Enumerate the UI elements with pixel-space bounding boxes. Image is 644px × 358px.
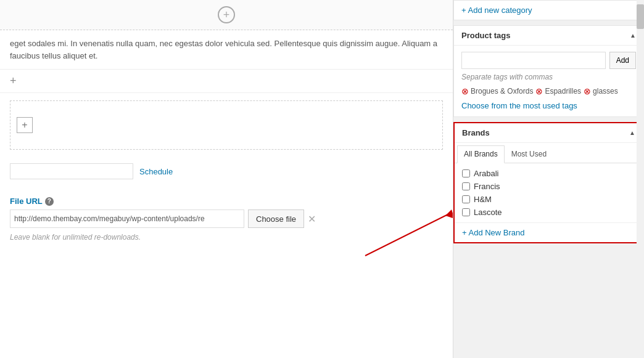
- meta-input[interactable]: [10, 163, 133, 179]
- tag-chip-glasses: ⊗ glasses: [584, 86, 618, 96]
- tags-hint: Separate tags with commas: [461, 73, 636, 81]
- top-add-bar: +: [0, 0, 453, 30]
- inner-plus-box[interactable]: +: [17, 117, 33, 133]
- brand-item-francis: Francis: [462, 180, 635, 193]
- remove-tag-espadrilles[interactable]: ⊗: [535, 86, 543, 96]
- help-icon: ?: [45, 197, 54, 206]
- add-tag-button[interactable]: Add: [609, 52, 636, 69]
- file-url-input[interactable]: [10, 210, 244, 228]
- clear-file-icon[interactable]: ✕: [308, 213, 316, 225]
- brand-checkbox-francis[interactable]: [462, 182, 470, 190]
- tab-most-used-brands[interactable]: Most Used: [505, 145, 553, 163]
- plus-icon: +: [223, 9, 230, 22]
- choose-file-button[interactable]: Choose file: [248, 210, 304, 228]
- product-tags-panel: Product tags ▲ Add Separate tags with co…: [453, 25, 644, 117]
- brand-checkbox-hm[interactable]: [462, 195, 470, 203]
- remove-tag-glasses[interactable]: ⊗: [584, 86, 591, 96]
- remove-tag-brogues[interactable]: ⊗: [461, 86, 469, 96]
- tab-all-brands[interactable]: All Brands: [457, 145, 505, 163]
- brands-tabs: All Brands Most Used: [455, 143, 643, 163]
- tag-input[interactable]: [461, 52, 606, 69]
- brand-checkbox-arabali[interactable]: [462, 169, 470, 177]
- brands-footer: + Add New Brand: [455, 222, 643, 242]
- meta-row: Schedule: [10, 163, 443, 179]
- tag-chip-brogues: ⊗ Brogues & Oxfords: [461, 86, 533, 96]
- leave-blank-hint: Leave blank for unlimited re-downloads.: [10, 233, 443, 242]
- most-used-tags-link[interactable]: Choose from the most used tags: [461, 101, 577, 110]
- dashed-drop-area: +: [10, 100, 443, 150]
- brands-list: Arabali Francis H&M Lascote: [455, 163, 643, 222]
- brand-checkbox-lascote[interactable]: [462, 208, 470, 216]
- tag-items-list: ⊗ Brogues & Oxfords ⊗ Espadrilles ⊗ glas…: [461, 86, 636, 96]
- plus-icon-small: +: [22, 120, 27, 131]
- brands-panel: Brands ▲ All Brands Most Used Arabali F: [453, 122, 644, 243]
- tags-panel-body: Add Separate tags with commas ⊗ Brogues …: [454, 46, 643, 116]
- body-text-block: eget sodales mi. In venenatis nulla quam…: [0, 30, 453, 70]
- brands-collapse-arrow[interactable]: ▲: [629, 129, 635, 136]
- brand-item-lascote: Lascote: [462, 206, 635, 219]
- tags-collapse-arrow[interactable]: ▲: [630, 32, 636, 39]
- brand-item-hm: H&M: [462, 193, 635, 206]
- brand-item-arabali: Arabali: [462, 167, 635, 180]
- add-category-link[interactable]: + Add new category: [454, 1, 643, 20]
- category-panel: + Add new category: [453, 0, 644, 20]
- meta-section: Schedule: [0, 157, 453, 190]
- tag-chip-espadrilles: ⊗ Espadrilles: [535, 86, 581, 96]
- file-url-section: File URL ? Choose file ✕ Leave blank for…: [0, 190, 453, 248]
- product-tags-header: Product tags ▲: [454, 26, 643, 46]
- small-plus-area: +: [0, 70, 453, 93]
- tags-input-row: Add: [461, 52, 636, 69]
- file-url-row: Choose file ✕: [10, 210, 443, 228]
- schedule-link[interactable]: Schedule: [139, 167, 173, 176]
- brands-panel-header: Brands ▲: [455, 123, 643, 143]
- scrollbar-track[interactable]: [637, 0, 644, 358]
- add-new-brand-link[interactable]: + Add New Brand: [462, 228, 525, 237]
- sidebar: + Add new category Product tags ▲ Add Se…: [453, 0, 644, 358]
- scrollbar-thumb[interactable]: [637, 4, 644, 29]
- add-block-button[interactable]: +: [218, 6, 235, 23]
- file-url-label: File URL ?: [10, 197, 443, 206]
